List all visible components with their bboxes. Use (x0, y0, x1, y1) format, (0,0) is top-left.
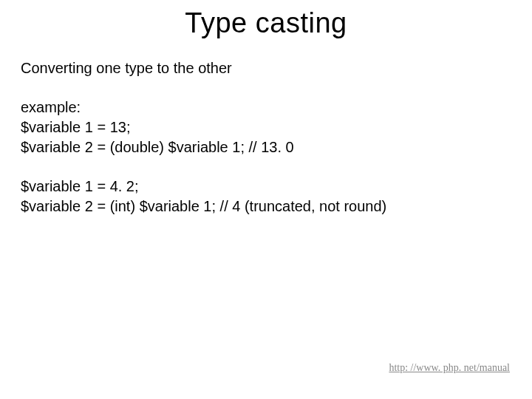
code-line: $variable 2 = (int) $variable 1; // 4 (t… (21, 197, 511, 216)
code-line: $variable 2 = (double) $variable 1; // 1… (21, 137, 511, 157)
example-block-2: $variable 1 = 4. 2; $variable 2 = (int) … (21, 177, 511, 216)
slide-body: Converting one type to the other example… (0, 44, 532, 216)
example-label: example: (21, 98, 511, 117)
code-line: $variable 1 = 13; (21, 117, 511, 137)
code-line: $variable 1 = 4. 2; (21, 177, 511, 197)
example-block-1: example: $variable 1 = 13; $variable 2 =… (21, 98, 511, 157)
intro-text: Converting one type to the other (21, 58, 511, 78)
slide: Type casting Converting one type to the … (0, 0, 532, 399)
slide-title: Type casting (0, 0, 532, 44)
manual-link[interactable]: http: //www. php. net/manual (389, 362, 510, 374)
